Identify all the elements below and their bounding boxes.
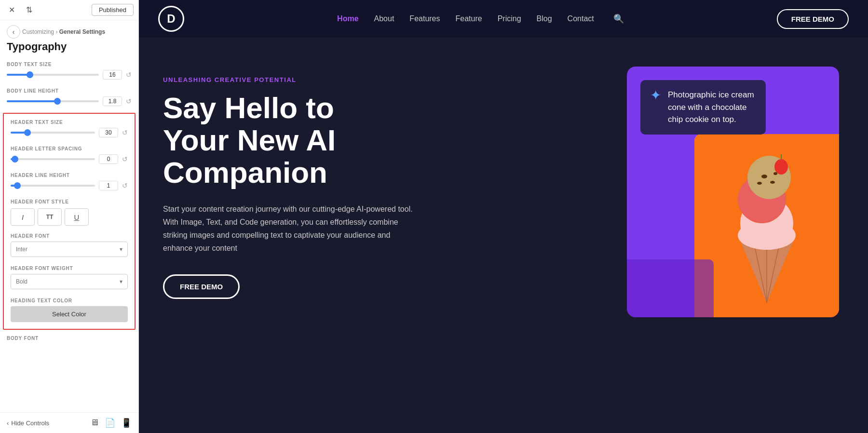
header-text-size-input[interactable]: 30: [99, 128, 118, 137]
header-font-weight-dropdown[interactable]: Bold ▾: [11, 274, 128, 289]
hero-right-visual: ✦ Photographic ice cream cone with a cho…: [622, 67, 844, 433]
nav-free-demo-button[interactable]: FREE DEMO: [777, 9, 849, 29]
nav-link-feature[interactable]: Feature: [456, 14, 482, 23]
breadcrumb-child: General Settings: [59, 28, 105, 35]
header-line-height-input[interactable]: 1: [99, 181, 118, 190]
header-letter-spacing-track[interactable]: [11, 158, 95, 160]
hero-heading-line3: Companion: [163, 157, 603, 189]
header-text-size-label: HEADER TEXT SIZE: [4, 116, 135, 127]
ice-cream-illustration: [694, 134, 839, 317]
hide-controls-arrow-icon: ‹: [7, 419, 9, 427]
mobile-icon[interactable]: 📱: [121, 418, 132, 428]
breadcrumb: Customizing › General Settings: [22, 28, 105, 35]
header-letter-spacing-input[interactable]: 0: [99, 154, 118, 164]
body-line-height-row: 1.8 ↺: [0, 95, 138, 111]
hero-heading: Say Hello to Your New AI Companion: [163, 92, 603, 189]
font-style-buttons: I TT U: [4, 206, 135, 230]
hero-tag: UNLEASHING CREATIVE POTENTIAL: [163, 76, 603, 83]
hero-cta-button[interactable]: FREE DEMO: [163, 274, 240, 299]
header-font-dropdown-row: Inter ▾: [4, 241, 135, 262]
heading-text-color-label: HEADING TEXT COLOR: [4, 294, 135, 305]
body-line-height-label: BODY LINE HEIGHT: [0, 84, 138, 95]
body-text-size-reset[interactable]: ↺: [126, 71, 132, 79]
select-color-button[interactable]: Select Color: [11, 306, 128, 322]
body-line-height-track[interactable]: [7, 100, 99, 102]
header-text-size-reset[interactable]: ↺: [122, 129, 128, 136]
header-line-height-reset[interactable]: ↺: [122, 182, 128, 189]
dropdown-weight-arrow-icon: ▾: [120, 278, 122, 285]
body-text-size-input[interactable]: 16: [103, 70, 122, 80]
hero-heading-line2: Your New AI: [163, 124, 603, 157]
purple-overlay: [627, 259, 714, 317]
header-text-size-track[interactable]: [11, 132, 95, 134]
header-letter-spacing-reset[interactable]: ↺: [122, 155, 128, 163]
nav-link-features[interactable]: Features: [409, 14, 440, 23]
panel-topbar: ✕ ⇅ Published: [0, 0, 138, 20]
nav-link-blog[interactable]: Blog: [537, 14, 552, 23]
ai-star-icon: ✦: [650, 89, 661, 102]
header-font-weight-value: Bold: [16, 278, 27, 285]
svg-point-11: [761, 175, 767, 178]
breadcrumb-arrow: ›: [55, 28, 59, 35]
underline-style-button[interactable]: U: [65, 208, 89, 226]
ai-visual-card: ✦ Photographic ice cream cone with a cho…: [627, 67, 839, 317]
hero-description: Start your content creation journey with…: [163, 203, 414, 255]
header-font-label: HEADER FONT: [4, 230, 135, 241]
dropdown-arrow-icon: ▾: [120, 246, 122, 253]
panel-scroll-area: BODY TEXT SIZE 16 ↺ BODY LINE HEIGHT 1.8…: [0, 58, 138, 412]
body-text-size-row: 16 ↺: [0, 69, 138, 84]
header-font-dropdown[interactable]: Inter ▾: [11, 242, 128, 257]
topbar-icons: ✕ ⇅: [5, 3, 36, 17]
search-icon[interactable]: 🔍: [613, 14, 624, 24]
svg-point-12: [770, 181, 775, 184]
swap-icon[interactable]: ⇅: [22, 3, 36, 17]
svg-point-13: [757, 182, 762, 185]
nav-link-about[interactable]: About: [374, 14, 394, 23]
close-icon[interactable]: ✕: [5, 3, 18, 17]
panel-footer: ‹ Hide Controls 🖥 📄 📱: [0, 412, 138, 433]
header-font-style-label: HEADER FONT STYLE: [4, 195, 135, 206]
heading-color-row: Select Color: [4, 305, 135, 327]
published-button[interactable]: Published: [92, 4, 134, 16]
ice-cream-image: [694, 134, 839, 317]
header-font-value: Inter: [16, 246, 27, 253]
hero-left-content: UNLEASHING CREATIVE POTENTIAL Say Hello …: [163, 67, 603, 433]
tablet-icon[interactable]: 📄: [105, 418, 115, 428]
site-logo: D: [158, 6, 184, 32]
ai-tooltip: ✦ Photographic ice cream cone with a cho…: [640, 80, 766, 135]
header-font-weight-label: HEADER FONT WEIGHT: [4, 262, 135, 273]
nav-link-contact[interactable]: Contact: [568, 14, 594, 23]
back-button[interactable]: ‹: [7, 25, 20, 39]
italic-style-button[interactable]: I: [11, 208, 35, 226]
settings-panel: ✕ ⇅ Published ‹ Customizing › General Se…: [0, 0, 139, 433]
nav-links: Home About Features Feature Pricing Blog…: [337, 14, 624, 24]
body-text-size-track[interactable]: [7, 74, 99, 76]
header-font-weight-dropdown-row: Bold ▾: [4, 273, 135, 294]
caps-style-button[interactable]: TT: [38, 208, 62, 226]
hide-controls-label: Hide Controls: [11, 419, 49, 427]
nav-link-home[interactable]: Home: [337, 14, 358, 23]
header-line-height-track[interactable]: [11, 185, 95, 187]
nav-link-pricing[interactable]: Pricing: [498, 14, 521, 23]
body-text-size-label: BODY TEXT SIZE: [0, 58, 138, 69]
svg-point-14: [773, 172, 777, 175]
body-line-height-input[interactable]: 1.8: [103, 96, 122, 106]
svg-point-9: [774, 159, 788, 175]
header-line-height-row: 1 ↺: [4, 180, 135, 195]
desktop-icon[interactable]: 🖥: [90, 418, 99, 428]
site-navigation: D Home About Features Feature Pricing Bl…: [139, 0, 868, 38]
header-letter-spacing-label: HEADER LETTER SPACING: [4, 142, 135, 153]
panel-breadcrumb-row: ‹ Customizing › General Settings: [0, 20, 138, 41]
header-settings-section: HEADER TEXT SIZE 30 ↺ HEADER LETTER SPAC…: [3, 113, 136, 330]
panel-title: Typography: [0, 41, 138, 58]
breadcrumb-parent: Customizing: [22, 28, 54, 35]
site-preview: D Home About Features Feature Pricing Bl…: [139, 0, 868, 433]
body-line-height-reset[interactable]: ↺: [126, 97, 132, 105]
body-font-label: BODY FONT: [0, 332, 138, 343]
footer-icons: 🖥 📄 📱: [90, 418, 132, 428]
hero-heading-line1: Say Hello to: [163, 92, 603, 124]
hero-section: UNLEASHING CREATIVE POTENTIAL Say Hello …: [139, 38, 868, 433]
hide-controls-button[interactable]: ‹ Hide Controls: [7, 419, 49, 427]
header-letter-spacing-row: 0 ↺: [4, 153, 135, 169]
ai-tooltip-text: Photographic ice cream cone with a choco…: [668, 89, 756, 126]
